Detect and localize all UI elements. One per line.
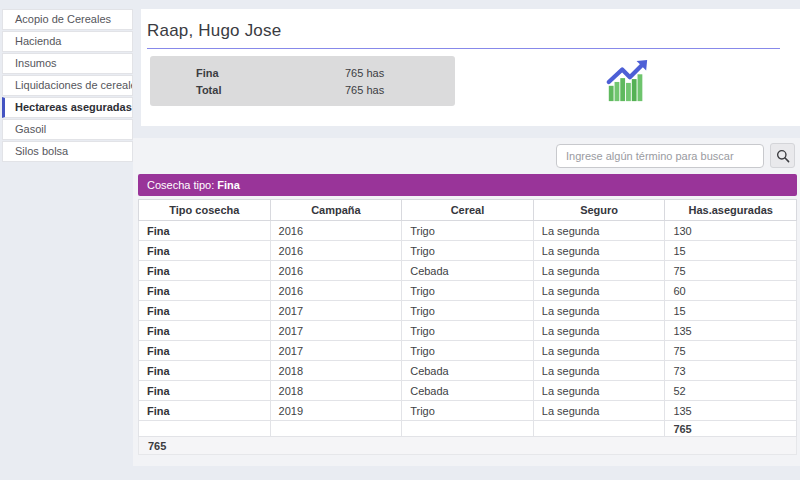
cell-campa-a: 2016 <box>270 281 402 301</box>
sidebar-item-liquidaciones-de-cereales[interactable]: Liquidaciones de cereales <box>2 75 133 96</box>
table-footer-total-strip: 765 <box>138 437 797 455</box>
sidebar-item-silos-bolsa[interactable]: Silos bolsa <box>2 141 133 162</box>
column-header-has-aseguradas: Has.aseguradas <box>665 200 797 221</box>
cell-seguro: La segunda <box>533 361 665 381</box>
total-has-aseguradas: 765 <box>665 421 797 437</box>
cell-cereal: Trigo <box>402 221 534 241</box>
empty-total-cell <box>402 421 534 437</box>
table-row: Fina2019TrigoLa segunda135 <box>139 401 797 421</box>
empty-total-cell <box>270 421 402 437</box>
summary-box: Fina765 hasTotal765 has <box>150 56 455 106</box>
empty-total-cell <box>533 421 665 437</box>
table-header-row: Tipo cosechaCampañaCerealSeguroHas.asegu… <box>139 200 797 221</box>
cell-tipo-cosecha: Fina <box>139 241 271 261</box>
cell-campa-a: 2017 <box>270 321 402 341</box>
main-content: Raap, Hugo Jose Fina765 hasTotal765 has <box>141 0 800 480</box>
cell-tipo-cosecha: Fina <box>139 321 271 341</box>
cell-campa-a: 2017 <box>270 301 402 321</box>
cell-campa-a: 2017 <box>270 341 402 361</box>
summary-value: 765 has <box>345 82 384 99</box>
sidebar-item-hacienda[interactable]: Hacienda <box>2 31 133 52</box>
column-header-seguro: Seguro <box>533 200 665 221</box>
sidebar-item-hectareas-aseguradas[interactable]: Hectareas aseguradas <box>2 97 133 118</box>
cell-seguro: La segunda <box>533 261 665 281</box>
cell-campa-a: 2018 <box>270 381 402 401</box>
cell-cereal: Trigo <box>402 281 534 301</box>
sidebar: Acopio de CerealesHaciendaInsumosLiquida… <box>2 9 133 163</box>
cell-cereal: Cebada <box>402 261 534 281</box>
banner-prefix: Cosecha tipo: <box>147 179 217 191</box>
cell-tipo-cosecha: Fina <box>139 261 271 281</box>
cell-has-aseguradas: 15 <box>665 301 797 321</box>
empty-total-cell <box>139 421 271 437</box>
cell-tipo-cosecha: Fina <box>139 221 271 241</box>
cell-has-aseguradas: 52 <box>665 381 797 401</box>
cell-seguro: La segunda <box>533 381 665 401</box>
title-underline: Raap, Hugo Jose <box>147 21 780 49</box>
cell-cereal: Trigo <box>402 321 534 341</box>
header-card: Raap, Hugo Jose Fina765 hasTotal765 has <box>141 9 800 126</box>
table-row: Fina2016CebadaLa segunda75 <box>139 261 797 281</box>
cell-has-aseguradas: 130 <box>665 221 797 241</box>
cell-seguro: La segunda <box>533 301 665 321</box>
sidebar-item-insumos[interactable]: Insumos <box>2 53 133 74</box>
cell-cereal: Trigo <box>402 301 534 321</box>
table-row: Fina2018CebadaLa segunda52 <box>139 381 797 401</box>
cell-cereal: Cebada <box>402 381 534 401</box>
search-input[interactable] <box>556 144 764 168</box>
column-header-cereal: Cereal <box>402 200 534 221</box>
cell-seguro: La segunda <box>533 281 665 301</box>
cell-tipo-cosecha: Fina <box>139 281 271 301</box>
cell-cereal: Trigo <box>402 401 534 421</box>
insured-hectares-table: Tipo cosechaCampañaCerealSeguroHas.asegu… <box>138 199 797 437</box>
cell-has-aseguradas: 75 <box>665 341 797 361</box>
cell-seguro: La segunda <box>533 241 665 261</box>
cell-tipo-cosecha: Fina <box>139 361 271 381</box>
table-row: Fina2016TrigoLa segunda130 <box>139 221 797 241</box>
summary-row-total: Total765 has <box>150 82 455 99</box>
cell-has-aseguradas: 135 <box>665 321 797 341</box>
crop-type-banner: Cosecha tipo: Fina <box>138 174 797 196</box>
banner-value: Fina <box>217 179 240 191</box>
magnifier-icon <box>775 148 791 164</box>
cell-has-aseguradas: 15 <box>665 241 797 261</box>
cell-cereal: Trigo <box>402 341 534 361</box>
table-row: Fina2017TrigoLa segunda15 <box>139 301 797 321</box>
column-header-tipo-cosecha: Tipo cosecha <box>139 200 271 221</box>
table-row: Fina2018CebadaLa segunda73 <box>139 361 797 381</box>
summary-label: Total <box>196 82 221 99</box>
cell-has-aseguradas: 135 <box>665 401 797 421</box>
cell-tipo-cosecha: Fina <box>139 381 271 401</box>
cell-campa-a: 2016 <box>270 221 402 241</box>
cell-seguro: La segunda <box>533 341 665 361</box>
cell-campa-a: 2016 <box>270 261 402 281</box>
table-row: Fina2017TrigoLa segunda135 <box>139 321 797 341</box>
cell-campa-a: 2016 <box>270 241 402 261</box>
cell-tipo-cosecha: Fina <box>139 401 271 421</box>
cell-seguro: La segunda <box>533 221 665 241</box>
cell-tipo-cosecha: Fina <box>139 341 271 361</box>
sidebar-item-acopio-de-cereales[interactable]: Acopio de Cereales <box>2 9 133 30</box>
table-panel: Cosecha tipo: Fina Tipo cosechaCampañaCe… <box>133 138 800 466</box>
footer-total-value: 765 <box>148 440 166 452</box>
search-row <box>133 138 800 173</box>
cell-seguro: La segunda <box>533 401 665 421</box>
column-header-campa-a: Campaña <box>270 200 402 221</box>
summary-value: 765 has <box>345 65 384 82</box>
table-row: Fina2016TrigoLa segunda15 <box>139 241 797 261</box>
cell-campa-a: 2018 <box>270 361 402 381</box>
cell-cereal: Trigo <box>402 241 534 261</box>
cell-tipo-cosecha: Fina <box>139 301 271 321</box>
table-total-row: 765 <box>139 421 797 437</box>
cell-has-aseguradas: 73 <box>665 361 797 381</box>
sidebar-item-gasoil[interactable]: Gasoil <box>2 119 133 140</box>
summary-row-fina: Fina765 has <box>150 65 455 82</box>
search-button[interactable] <box>770 143 795 168</box>
cell-cereal: Cebada <box>402 361 534 381</box>
cell-seguro: La segunda <box>533 321 665 341</box>
page-title: Raap, Hugo Jose <box>147 21 780 41</box>
cell-campa-a: 2019 <box>270 401 402 421</box>
table-row: Fina2017TrigoLa segunda75 <box>139 341 797 361</box>
cell-has-aseguradas: 75 <box>665 261 797 281</box>
table-row: Fina2016TrigoLa segunda60 <box>139 281 797 301</box>
